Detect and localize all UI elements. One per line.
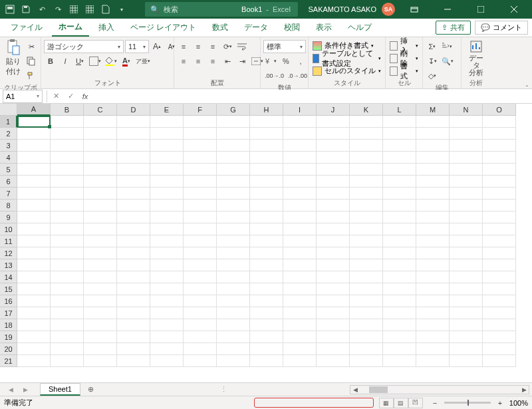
cell[interactable] xyxy=(350,295,383,307)
paste-button[interactable]: 貼り付け xyxy=(3,40,23,76)
cell[interactable] xyxy=(184,343,217,355)
cell[interactable] xyxy=(317,235,350,247)
align-center-icon[interactable]: ≡ xyxy=(192,55,205,68)
cell[interactable] xyxy=(217,331,250,343)
cell[interactable] xyxy=(450,271,483,283)
cell[interactable] xyxy=(84,116,117,128)
cell[interactable] xyxy=(317,295,350,307)
row-header[interactable]: 8 xyxy=(0,200,17,211)
cancel-formula-icon[interactable]: ✕ xyxy=(49,90,63,103)
cell[interactable] xyxy=(84,128,117,140)
row-header[interactable]: 10 xyxy=(0,223,17,235)
cell[interactable] xyxy=(416,235,450,247)
bold-button[interactable]: B xyxy=(44,55,57,68)
cell[interactable] xyxy=(117,355,150,367)
cell[interactable] xyxy=(483,259,516,271)
cell[interactable] xyxy=(317,319,350,331)
cell[interactable] xyxy=(150,271,184,283)
maximize-button[interactable] xyxy=(467,0,495,19)
zoom-slider[interactable] xyxy=(444,402,491,404)
cell[interactable] xyxy=(51,355,84,367)
sheet-next-icon[interactable]: ▶ xyxy=(19,383,32,396)
cell[interactable] xyxy=(117,188,150,200)
scroll-right-icon[interactable]: ▶ xyxy=(519,386,529,393)
col-header[interactable]: L xyxy=(383,104,416,116)
cell[interactable] xyxy=(217,140,250,152)
cell[interactable] xyxy=(283,355,317,367)
cell[interactable] xyxy=(450,307,483,319)
cell[interactable] xyxy=(450,116,483,128)
cell[interactable] xyxy=(217,235,250,247)
row-header[interactable]: 4 xyxy=(0,152,17,164)
col-header[interactable]: K xyxy=(350,104,383,116)
cell[interactable] xyxy=(317,283,350,295)
cell[interactable] xyxy=(184,188,217,200)
cell[interactable] xyxy=(283,223,317,235)
cell[interactable] xyxy=(150,295,184,307)
cell[interactable] xyxy=(17,307,51,319)
increase-decimal-icon[interactable]: .00→.0 xyxy=(263,69,285,82)
cell[interactable] xyxy=(350,247,383,259)
font-name-combo[interactable]: 游ゴシック▾ xyxy=(44,40,124,53)
cell[interactable] xyxy=(416,188,450,200)
cell[interactable] xyxy=(84,271,117,283)
cell[interactable] xyxy=(17,319,51,331)
cell[interactable] xyxy=(483,271,516,283)
cell[interactable] xyxy=(217,152,250,164)
cell[interactable] xyxy=(150,307,184,319)
cell[interactable] xyxy=(51,283,84,295)
cell[interactable] xyxy=(383,307,416,319)
cell[interactable] xyxy=(17,343,51,355)
cell[interactable] xyxy=(283,211,317,223)
cell[interactable] xyxy=(51,331,84,343)
cell[interactable] xyxy=(350,211,383,223)
row-header[interactable]: 11 xyxy=(0,235,17,247)
cell[interactable] xyxy=(317,211,350,223)
cell[interactable] xyxy=(416,247,450,259)
cell[interactable] xyxy=(217,343,250,355)
cell[interactable] xyxy=(184,223,217,235)
tab-layout[interactable]: ページ レイアウト xyxy=(124,19,203,36)
cell[interactable] xyxy=(317,164,350,176)
minimize-button[interactable] xyxy=(434,0,462,19)
cells-area[interactable] xyxy=(17,116,532,382)
cell[interactable] xyxy=(317,188,350,200)
cell[interactable] xyxy=(250,331,283,343)
cell[interactable] xyxy=(483,128,516,140)
tab-home[interactable]: ホーム xyxy=(52,19,89,37)
cell[interactable] xyxy=(350,116,383,128)
cell[interactable] xyxy=(416,295,450,307)
cell[interactable] xyxy=(217,200,250,211)
tab-insert[interactable]: 挿入 xyxy=(92,19,121,36)
cell[interactable] xyxy=(383,223,416,235)
cell[interactable] xyxy=(184,295,217,307)
cell[interactable] xyxy=(117,164,150,176)
cell[interactable] xyxy=(450,355,483,367)
row-header[interactable]: 12 xyxy=(0,247,17,259)
col-header[interactable]: F xyxy=(184,104,217,116)
tab-review[interactable]: 校閲 xyxy=(277,19,307,36)
cell[interactable] xyxy=(217,247,250,259)
cell[interactable] xyxy=(416,140,450,152)
cell[interactable] xyxy=(250,152,283,164)
qat-grid-icon[interactable] xyxy=(66,2,81,17)
cell[interactable] xyxy=(416,307,450,319)
cell[interactable] xyxy=(150,200,184,211)
cell[interactable] xyxy=(483,247,516,259)
cell[interactable] xyxy=(383,355,416,367)
cell[interactable] xyxy=(184,235,217,247)
cell[interactable] xyxy=(117,259,150,271)
name-box[interactable]: A1▾ xyxy=(3,90,43,103)
formula-input[interactable] xyxy=(92,90,532,103)
cell[interactable] xyxy=(350,164,383,176)
cell[interactable] xyxy=(150,176,184,188)
close-button[interactable] xyxy=(500,0,528,19)
col-header[interactable]: M xyxy=(416,104,450,116)
cell[interactable] xyxy=(51,164,84,176)
zoom-out-button[interactable]: − xyxy=(428,396,442,410)
cell[interactable] xyxy=(383,271,416,283)
cell[interactable] xyxy=(17,164,51,176)
cell[interactable] xyxy=(117,152,150,164)
cell[interactable] xyxy=(217,188,250,200)
cell[interactable] xyxy=(17,211,51,223)
